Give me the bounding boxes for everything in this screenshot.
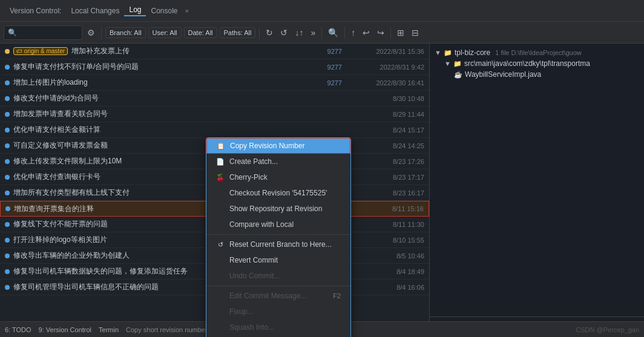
divider-4 <box>344 27 345 39</box>
toolbar: ⚙ Branch: All User: All Date: All Paths:… <box>0 22 644 44</box>
menu-item[interactable]: ↺Reset Current Branch to Here... <box>206 237 350 252</box>
commit-date: 8/30 10:48 <box>346 95 424 102</box>
tree-expand-src-icon: ▼ <box>444 60 451 67</box>
context-menu: 📋Copy Revision Number📄Create Patch...🍒Ch… <box>206 137 351 337</box>
more-button[interactable]: » <box>308 27 318 39</box>
commit-dot <box>5 128 10 133</box>
menu-item-label: Show Repository at Revision <box>229 204 322 213</box>
commit-hash: 9277 <box>318 79 342 87</box>
menu-item[interactable]: Compare with Local <box>206 217 350 232</box>
commit-dot <box>5 143 10 148</box>
menu-item[interactable]: Revert Commit <box>206 252 350 268</box>
commit-item[interactable]: 修复申请支付找不到订单/合同号的问题92772022/8/31 9:42 <box>0 59 429 75</box>
paths-filter[interactable]: Paths: All <box>220 27 256 38</box>
menu-item-label: Squash Into... <box>229 323 274 332</box>
settings-button[interactable]: ⚙ <box>85 27 97 39</box>
main-content: 🏷 origin & master增加补充发票上传92772022/8/31 1… <box>0 44 644 337</box>
file-tree-src[interactable]: ▼ 📁 src\main\java\com\zdky\tpl\transport… <box>435 58 639 69</box>
commit-date: 2022/8/30 16:41 <box>346 79 424 87</box>
menu-item: Squash Into... <box>206 319 350 335</box>
refresh-button[interactable]: ↻ <box>263 27 275 39</box>
search-button[interactable]: 🔍 <box>326 27 341 39</box>
menu-item-icon: 📋 <box>217 142 225 150</box>
divider-1 <box>101 27 102 39</box>
commit-date: 2022/8/31 15:36 <box>346 48 424 55</box>
file-tree-java[interactable]: ☕ WaybillServiceImpl.java <box>435 69 639 80</box>
commit-date: 8/29 11:44 <box>346 111 424 118</box>
commit-item[interactable]: 🏷 origin & master增加补充发票上传92772022/8/31 1… <box>0 44 429 59</box>
commit-message: 修改支付申请的id为合同号 <box>13 93 342 103</box>
menu-item-icon-spacer <box>216 292 225 300</box>
user-filter[interactable]: User: All <box>148 27 182 38</box>
commit-item[interactable]: 增加上传图片的loading92772022/8/30 16:41 <box>0 75 429 91</box>
commit-date: 2022/8/31 9:42 <box>346 64 424 71</box>
commit-item[interactable]: 修改支付申请的id为合同号8/30 10:48 <box>0 91 429 106</box>
menu-item-icon: ↺ <box>216 240 225 249</box>
commit-dot <box>5 80 10 85</box>
tab-bar: Version Control: Local Changes Log Conso… <box>0 0 644 22</box>
commit-hash: 9277 <box>318 48 342 55</box>
context-menu-items: 📋Copy Revision Number📄Create Patch...🍒Ch… <box>206 138 350 337</box>
undo-button[interactable]: ↩ <box>360 27 372 39</box>
tab-todo[interactable]: 6: TODO <box>5 326 31 333</box>
commit-dot <box>5 254 10 258</box>
commit-date: 8/5 10:46 <box>346 252 424 260</box>
src-path: src\main\java\com\zdky\tpl\transportma <box>464 59 590 68</box>
tab-console[interactable]: Console <box>146 7 182 15</box>
menu-item-icon: 🍒 <box>216 173 225 182</box>
commit-date: 8/4 16:06 <box>346 284 424 291</box>
layout1-button[interactable]: ⊞ <box>395 27 407 39</box>
revert-button[interactable]: ↺ <box>278 27 290 39</box>
menu-item[interactable]: 🍒Cherry-Pick <box>206 169 350 185</box>
menu-item-label: Fixup... <box>229 307 253 316</box>
src-folder-icon: 📁 <box>453 60 462 68</box>
menu-item-label: Edit Commit Message... <box>229 292 306 300</box>
commit-item[interactable]: 优化申请支付相关金额计算8/24 15:17 <box>0 122 429 138</box>
redo-button[interactable]: ↪ <box>375 27 387 39</box>
branch-filter[interactable]: Branch: All <box>105 27 146 38</box>
menu-item: Edit Commit Message...F2 <box>206 288 350 304</box>
layout2-button[interactable]: ⊟ <box>409 27 421 39</box>
menu-shortcut: F2 <box>333 292 341 299</box>
menu-item[interactable]: 📋Copy Revision Number <box>206 138 350 154</box>
commit-dot <box>5 159 10 164</box>
push-button[interactable]: ↑ <box>349 27 358 39</box>
commit-item[interactable]: 增加发票申请查看关联合同号8/29 11:44 <box>0 106 429 122</box>
divider-2 <box>259 27 260 39</box>
menu-item-icon: 📄 <box>216 157 225 166</box>
menu-item-label: Compare with Local <box>229 220 294 229</box>
divider-5 <box>390 27 391 39</box>
commit-message: 修复申请支付找不到订单/合同号的问题 <box>13 62 314 72</box>
java-file-icon: ☕ <box>454 71 462 79</box>
tree-expand-icon: ▼ <box>435 49 441 56</box>
file-info: 1 file D:\file\IdeaProject\guow <box>495 49 581 56</box>
tab-version-control-bottom[interactable]: 9: Version Control <box>39 326 91 333</box>
commit-tag: 🏷 origin & master <box>13 47 68 55</box>
commit-message: 增加补充发票上传 <box>71 46 314 56</box>
commit-dot <box>5 191 10 195</box>
menu-item[interactable]: Checkout Revision '54175525' <box>206 185 350 201</box>
menu-item[interactable]: 📄Create Patch... <box>206 154 350 169</box>
date-filter[interactable]: Date: All <box>184 27 217 38</box>
commit-hash: 9277 <box>318 64 342 71</box>
menu-item-icon-spacer <box>216 307 225 316</box>
commit-dot <box>5 222 10 227</box>
tab-console-close[interactable]: × <box>185 7 189 15</box>
file-tree-root[interactable]: ▼ 📁 tpl-biz-core 1 file D:\file\IdeaProj… <box>435 47 639 58</box>
menu-item-icon-spacer <box>216 256 225 264</box>
commit-date: 8/11 11:30 <box>346 221 424 228</box>
menu-item-label: Revert Commit <box>229 256 278 264</box>
menu-item-label: Checkout Revision '54175525' <box>229 189 327 197</box>
search-input[interactable] <box>4 25 82 40</box>
tab-terminal[interactable]: Termin <box>99 326 119 333</box>
menu-item-label: Reset Current Branch to Here... <box>229 240 332 249</box>
tab-local-changes[interactable]: Local Changes <box>66 7 124 15</box>
commit-dot <box>5 175 10 180</box>
fetch-button[interactable]: ↓↑ <box>292 27 306 39</box>
commit-dot <box>5 96 10 101</box>
menu-item: Undo Commit... <box>206 268 350 284</box>
tab-log[interactable]: Log <box>124 5 146 16</box>
menu-item-icon-spacer <box>216 272 225 280</box>
commit-date: 8/4 18:49 <box>346 268 424 275</box>
menu-item[interactable]: Show Repository at Revision <box>206 201 350 217</box>
